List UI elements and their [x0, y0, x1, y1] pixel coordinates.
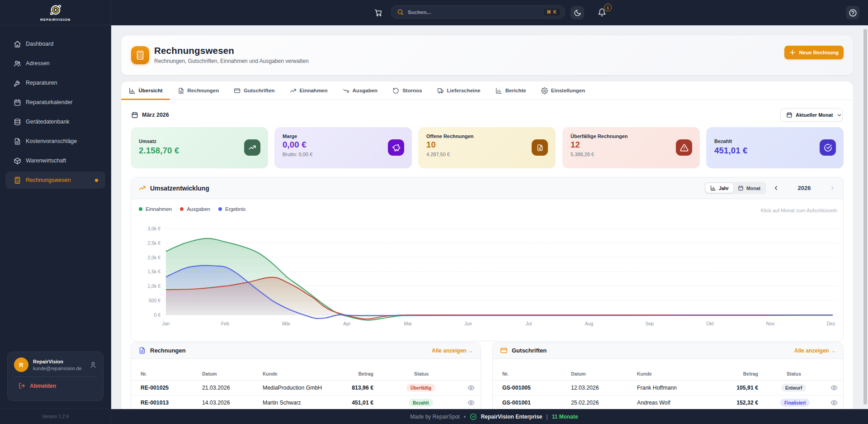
svg-text:Okt: Okt	[706, 321, 713, 326]
svg-text:Jun: Jun	[464, 321, 472, 326]
svg-text:Jul: Jul	[526, 321, 532, 326]
svg-text:Mär: Mär	[282, 321, 291, 326]
svg-text:Aug: Aug	[585, 321, 594, 326]
svg-text:Jan: Jan	[162, 321, 170, 326]
svg-text:Apr: Apr	[343, 321, 351, 326]
svg-text:500 €: 500 €	[149, 298, 160, 303]
svg-text:Mai: Mai	[404, 321, 412, 326]
svg-text:1,5k €: 1,5k €	[147, 269, 160, 274]
svg-text:3,0k €: 3,0k €	[147, 226, 160, 231]
svg-text:2,0k €: 2,0k €	[147, 255, 160, 260]
svg-text:Dez: Dez	[827, 321, 835, 326]
svg-text:Nov: Nov	[766, 321, 775, 326]
svg-text:Sep: Sep	[645, 321, 654, 326]
svg-text:2,5k €: 2,5k €	[147, 240, 160, 246]
svg-text:Feb: Feb	[221, 321, 229, 326]
svg-text:1,0k €: 1,0k €	[147, 283, 160, 289]
svg-text:0 €: 0 €	[154, 312, 160, 318]
